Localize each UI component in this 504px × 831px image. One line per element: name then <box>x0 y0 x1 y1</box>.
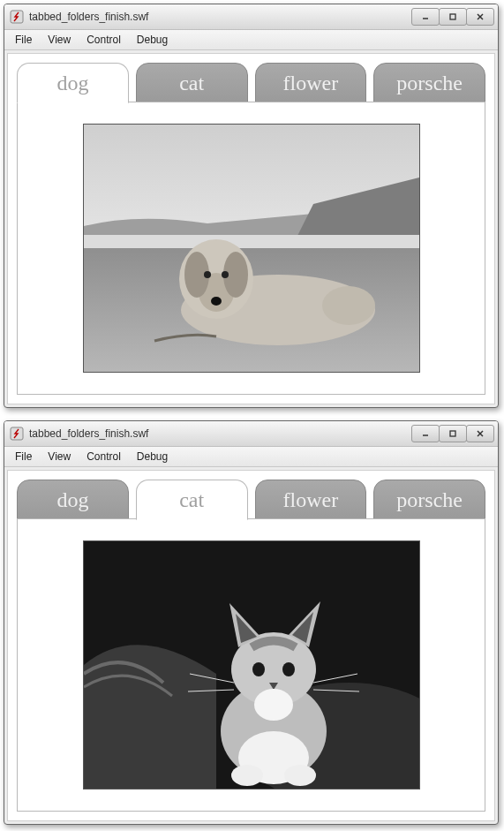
titlebar[interactable]: tabbed_folders_finish.swf <box>4 4 498 30</box>
window-top: tabbed_folders_finish.swf File View Cont… <box>4 4 499 408</box>
flash-app-icon <box>10 10 24 24</box>
svg-point-16 <box>322 286 375 325</box>
menu-control[interactable]: Control <box>79 449 128 465</box>
menu-debug[interactable]: Debug <box>130 32 175 48</box>
menu-file[interactable]: File <box>8 449 39 465</box>
minimize-button[interactable] <box>411 425 440 442</box>
photo-cat <box>83 540 420 789</box>
maximize-button[interactable] <box>439 8 467 26</box>
window-title: tabbed_folders_finish.swf <box>29 11 412 23</box>
tab-dog[interactable]: dog <box>17 63 129 103</box>
menubar: File View Control Debug <box>4 447 498 467</box>
menu-view[interactable]: View <box>41 32 78 48</box>
svg-point-14 <box>222 271 229 278</box>
svg-rect-2 <box>450 14 455 19</box>
tabstrip: dog cat flower porsche <box>8 54 494 103</box>
tab-cat[interactable]: cat <box>136 63 248 103</box>
swf-stage: dog cat flower porsche <box>7 470 495 821</box>
tab-divider <box>17 518 485 519</box>
tab-porsche[interactable]: porsche <box>373 63 485 103</box>
maximize-button[interactable] <box>439 425 467 442</box>
menu-control[interactable]: Control <box>79 32 128 48</box>
tab-flower[interactable]: flower <box>255 63 367 103</box>
window-controls <box>412 425 494 442</box>
swf-stage: dog cat flower porsche <box>7 53 495 404</box>
tab-dog[interactable]: dog <box>17 480 129 520</box>
tab-content <box>17 519 485 812</box>
tabstrip: dog cat flower porsche <box>8 471 494 520</box>
window-title: tabbed_folders_finish.swf <box>29 427 412 440</box>
svg-point-15 <box>211 297 222 306</box>
tab-cat[interactable]: cat <box>136 480 248 520</box>
svg-point-29 <box>254 689 293 721</box>
menu-file[interactable]: File <box>8 32 39 48</box>
menubar: File View Control Debug <box>4 30 498 50</box>
svg-point-34 <box>231 765 263 786</box>
titlebar[interactable]: tabbed_folders_finish.swf <box>4 421 498 447</box>
photo-dog <box>83 124 420 373</box>
close-button[interactable] <box>466 425 494 442</box>
menu-debug[interactable]: Debug <box>130 449 175 465</box>
window-bottom: tabbed_folders_finish.swf File View Cont… <box>4 420 499 825</box>
svg-rect-19 <box>450 431 455 436</box>
menu-view[interactable]: View <box>41 449 78 465</box>
svg-point-13 <box>204 271 211 278</box>
close-button[interactable] <box>466 8 494 26</box>
window-controls <box>412 8 494 26</box>
svg-point-27 <box>252 662 265 676</box>
flash-app-icon <box>10 427 24 441</box>
svg-point-28 <box>282 662 295 676</box>
tab-flower[interactable]: flower <box>255 480 367 520</box>
svg-point-35 <box>284 765 316 786</box>
minimize-button[interactable] <box>411 8 440 26</box>
tab-content <box>17 102 485 395</box>
tab-porsche[interactable]: porsche <box>373 480 485 520</box>
